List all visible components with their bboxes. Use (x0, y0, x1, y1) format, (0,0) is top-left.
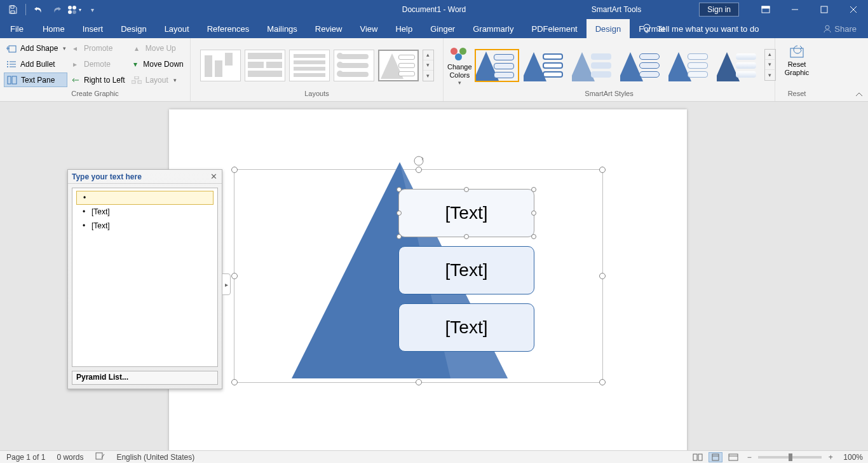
tab-view[interactable]: View (351, 19, 386, 38)
tab-insert[interactable]: Insert (74, 19, 112, 38)
layout-option-3[interactable] (289, 50, 330, 81)
tab-grammarly[interactable]: Grammarly (464, 19, 522, 38)
layout-option-2[interactable] (245, 50, 285, 81)
add-shape-button[interactable]: Add Shape▾ (4, 41, 67, 55)
move-down-icon: ▾ (132, 59, 140, 69)
text-pane-item-2[interactable]: •[Text] (76, 205, 214, 219)
text-pane-item-3[interactable]: •[Text] (76, 219, 214, 233)
svg-point-18 (7, 64, 8, 65)
text-pane-icon (7, 75, 17, 85)
quick-style-icon[interactable]: ▾ (67, 2, 82, 17)
ribbon-display-options-icon[interactable] (751, 0, 780, 19)
share-label: Share (834, 24, 857, 34)
close-icon[interactable]: ✕ (209, 172, 218, 181)
group-label-reset: Reset (775, 90, 818, 101)
group-create-graphic: Add Shape▾ Add Bullet Text Pane ◂Promote… (0, 38, 191, 101)
text-pane-footer: Pyramid List... (72, 371, 218, 385)
svg-point-19 (7, 66, 8, 67)
smartart-text-box-2[interactable]: [Text] (398, 246, 534, 294)
style-option-3[interactable] (571, 49, 616, 82)
text-pane-title: Type your text here (72, 172, 142, 181)
tab-pdfelement[interactable]: PDFelement (522, 19, 586, 38)
right-to-left-button[interactable]: Right to Left (67, 73, 129, 87)
smartart-frame[interactable]: [Text] [Text] [Text] (234, 169, 603, 383)
layouts-gallery: ▴ ▾ ▾ (200, 50, 434, 81)
collapse-ribbon-icon[interactable] (854, 90, 864, 100)
style-option-6[interactable] (716, 49, 761, 82)
layout-option-4[interactable] (334, 50, 374, 81)
add-bullet-icon (6, 59, 17, 69)
zoom-in-button[interactable]: + (825, 453, 836, 462)
svg-rect-30 (96, 453, 102, 459)
status-bar: Page 1 of 1 0 words English (United Stat… (0, 450, 868, 463)
smartart-tools-label: SmartArt Tools (553, 5, 680, 14)
gallery-up-icon[interactable]: ▴ (423, 50, 433, 60)
layouts-gallery-scroll[interactable]: ▴ ▾ ▾ (423, 50, 434, 81)
gallery-more-icon[interactable]: ▾ (765, 70, 775, 80)
reset-graphic-button[interactable]: Reset Graphic (779, 41, 815, 90)
redo-icon[interactable] (49, 2, 64, 17)
styles-gallery-scroll[interactable]: ▴ ▾ ▾ (764, 49, 776, 81)
zoom-out-button[interactable]: − (744, 453, 754, 462)
tell-me-search[interactable]: Tell me what you want to do (642, 19, 759, 38)
style-option-2[interactable] (523, 49, 567, 82)
status-language[interactable]: English (United States) (116, 453, 194, 462)
gallery-up-icon[interactable]: ▴ (765, 50, 775, 60)
undo-icon[interactable] (31, 2, 46, 17)
smartart-text-box-1[interactable]: [Text] (398, 189, 534, 237)
minimize-icon[interactable] (780, 0, 810, 19)
status-words[interactable]: 0 words (57, 453, 83, 462)
promote-button[interactable]: ◂Promote (67, 41, 129, 55)
tab-review[interactable]: Review (306, 19, 351, 38)
text-pane-toggle[interactable]: ▸ (222, 273, 231, 295)
dropdown-caret-icon: ▾ (63, 45, 66, 52)
demote-button[interactable]: ▸Demote (67, 57, 129, 71)
smartart-text-pane[interactable]: Type your text here ✕ • •[Text] •[Text] … (67, 169, 222, 389)
add-bullet-button[interactable]: Add Bullet (4, 57, 67, 71)
text-pane-body[interactable]: • •[Text] •[Text] (72, 188, 218, 367)
layout-button[interactable]: Layout▾ (129, 73, 187, 87)
text-pane-item-1[interactable]: • (76, 191, 214, 205)
tab-help[interactable]: Help (386, 19, 421, 38)
zoom-level[interactable]: 100% (843, 453, 863, 462)
tab-mailings[interactable]: Mailings (258, 19, 306, 38)
tab-smartart-design[interactable]: Design (587, 19, 630, 38)
spellcheck-icon[interactable] (95, 452, 105, 462)
maximize-icon[interactable] (810, 0, 839, 19)
tab-design[interactable]: Design (112, 19, 155, 38)
layout-option-1[interactable] (200, 50, 241, 81)
share-button[interactable]: Share (823, 19, 857, 38)
tab-file[interactable]: File (0, 19, 34, 38)
print-layout-icon[interactable] (709, 452, 722, 462)
tab-references[interactable]: References (198, 19, 258, 38)
sign-in-button[interactable]: Sign in (700, 3, 738, 16)
change-colors-button[interactable]: Change Colors ▾ (447, 45, 472, 86)
status-page[interactable]: Page 1 of 1 (6, 453, 45, 462)
read-mode-icon[interactable] (691, 452, 705, 462)
styles-gallery: ▴ ▾ ▾ (475, 49, 776, 82)
move-down-button[interactable]: ▾Move Down (129, 57, 187, 71)
ribbon: Add Shape▾ Add Bullet Text Pane ◂Promote… (0, 38, 868, 102)
tab-layout[interactable]: Layout (156, 19, 198, 38)
qat-customize-icon[interactable]: ▾ (85, 2, 100, 17)
style-option-4[interactable] (620, 49, 664, 82)
smartart-text-box-3[interactable]: [Text] (398, 303, 534, 352)
style-option-5[interactable] (668, 49, 712, 82)
gallery-down-icon[interactable]: ▾ (765, 60, 775, 70)
zoom-slider[interactable] (758, 456, 822, 459)
layout-option-5-selected[interactable] (378, 50, 419, 81)
gallery-more-icon[interactable]: ▾ (423, 71, 433, 81)
group-reset: Reset Graphic Reset (775, 38, 818, 101)
web-layout-icon[interactable] (726, 452, 740, 462)
gallery-down-icon[interactable]: ▾ (423, 60, 433, 71)
save-icon[interactable] (5, 2, 20, 17)
text-pane-button[interactable]: Text Pane (4, 73, 67, 87)
tab-home[interactable]: Home (34, 19, 74, 38)
tab-ginger[interactable]: Ginger (421, 19, 464, 38)
group-label-create-graphic: Create Graphic (0, 90, 190, 101)
style-option-1[interactable] (475, 49, 519, 82)
move-up-button[interactable]: ▴Move Up (129, 41, 187, 55)
group-layouts: ▴ ▾ ▾ Layouts (191, 38, 444, 101)
close-icon[interactable] (839, 0, 868, 19)
title-bar: ▾ ▾ Document1 - Word SmartArt Tools Sign… (0, 0, 868, 19)
